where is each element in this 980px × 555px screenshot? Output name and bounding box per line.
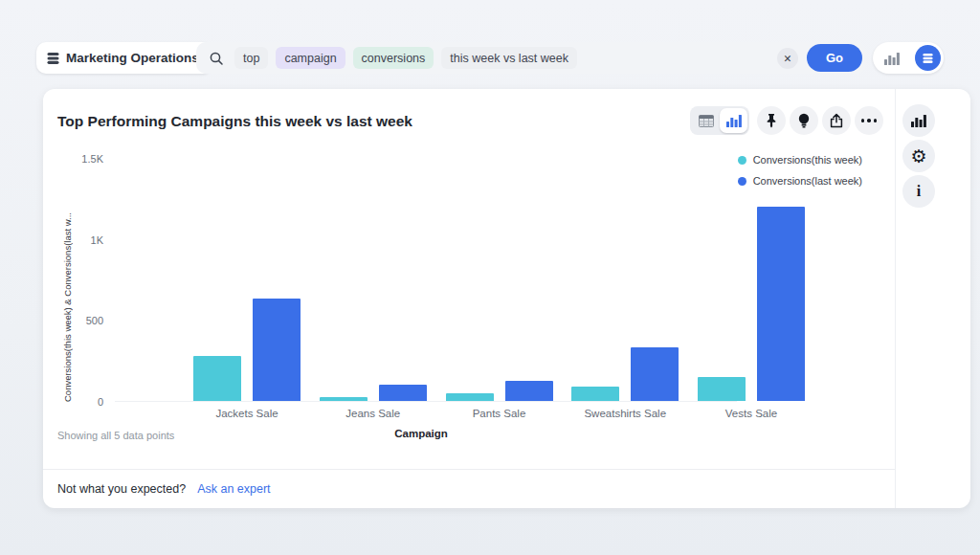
gear-icon: ⚙ (910, 147, 926, 166)
chart-bar-last-week[interactable] (379, 385, 427, 401)
bar-group (446, 159, 553, 401)
user-pill (873, 42, 944, 74)
lightbulb-icon (798, 113, 810, 128)
search-token[interactable]: top (234, 47, 268, 69)
chart-panel: Top Performing Campaigns this week vs la… (43, 89, 896, 508)
chart-view-button[interactable] (720, 108, 747, 133)
workspace-name: Marketing Operations (66, 51, 199, 65)
y-tick-label: 500 (43, 315, 103, 326)
x-tick-label: Vests Sale (725, 408, 777, 419)
bar-chart-icon (726, 114, 742, 127)
info-icon: i (917, 184, 921, 199)
chart-bar-last-week[interactable] (631, 347, 679, 401)
bar-chart-icon (911, 114, 926, 127)
more-options-button[interactable] (855, 106, 883, 135)
nlq-search-bar[interactable]: topcampaignconversionsthis week vs last … (196, 42, 866, 74)
go-button[interactable]: Go (807, 44, 862, 72)
chart-bar-this-week[interactable] (193, 356, 241, 401)
y-tick-label: 0 (43, 396, 103, 408)
bar-chart-plot-area (115, 159, 737, 402)
table-view-button[interactable] (692, 108, 720, 133)
info-button[interactable]: i (902, 175, 935, 208)
ask-an-expert-link[interactable]: Ask an expert (197, 482, 270, 496)
bar-group (320, 159, 427, 401)
pin-icon (765, 113, 778, 128)
view-toggle (690, 106, 749, 135)
ellipsis-icon (861, 119, 878, 122)
chart-bar-this-week[interactable] (320, 397, 368, 401)
bar-group (193, 159, 301, 401)
search-icon (209, 51, 224, 66)
chart-bar-last-week[interactable] (505, 381, 553, 401)
share-export-icon (830, 113, 843, 128)
x-tick-label: Sweatshirts Sale (584, 408, 666, 419)
workspace-logo-icon (47, 52, 59, 65)
pin-button[interactable] (757, 106, 786, 135)
clear-search-button[interactable]: ✕ (777, 48, 798, 69)
x-tick-label: Jeans Sale (345, 408, 400, 419)
report-title: Top Performing Campaigns this week vs la… (57, 113, 412, 130)
chart-type-button[interactable] (902, 104, 935, 137)
x-tick-label: Jackets Sale (215, 408, 278, 419)
chart-bar-this-week[interactable] (571, 387, 619, 401)
search-token[interactable]: this week vs last week (441, 47, 577, 69)
avatar-stack-icon (923, 53, 933, 64)
y-tick-label: 1K (43, 234, 103, 246)
bar-group (571, 159, 679, 401)
share-button[interactable] (822, 106, 851, 135)
chart-bar-this-week[interactable] (446, 393, 494, 401)
search-token-list[interactable]: topcampaignconversionsthis week vs last … (234, 47, 577, 69)
footer-question: Not what you expected? (57, 482, 186, 496)
chart-bar-last-week[interactable] (757, 207, 805, 401)
x-axis-labels: Jackets SaleJeans SalePants SaleSweatshi… (115, 408, 737, 423)
x-axis-title: Campaign (394, 428, 448, 439)
report-card: Top Performing Campaigns this week vs la… (43, 89, 970, 508)
bar-group (698, 159, 805, 401)
chart-bar-last-week[interactable] (253, 299, 301, 401)
chart-toolbar (690, 106, 883, 135)
app-background: Marketing Operations topcampaignconversi… (0, 0, 980, 555)
chart-bar-this-week[interactable] (698, 377, 746, 401)
search-token[interactable]: campaign (276, 47, 345, 69)
data-points-summary: Showing all 5 data points (57, 430, 174, 441)
settings-button[interactable]: ⚙ (902, 140, 935, 172)
x-tick-label: Pants Sale (473, 408, 526, 419)
y-tick-label: 1.5K (43, 153, 103, 165)
account-avatar[interactable] (915, 45, 941, 71)
reports-bar-chart-icon[interactable] (884, 52, 900, 65)
card-footer: Not what you expected? Ask an expert (43, 469, 895, 508)
workspace-switcher[interactable]: Marketing Operations (36, 42, 212, 74)
y-axis-ticks: 05001K1.5K (43, 159, 103, 402)
search-token[interactable]: conversions (353, 47, 434, 69)
table-icon (699, 115, 714, 127)
insights-button[interactable] (790, 106, 818, 135)
side-action-rail: ⚙ i (896, 89, 970, 508)
